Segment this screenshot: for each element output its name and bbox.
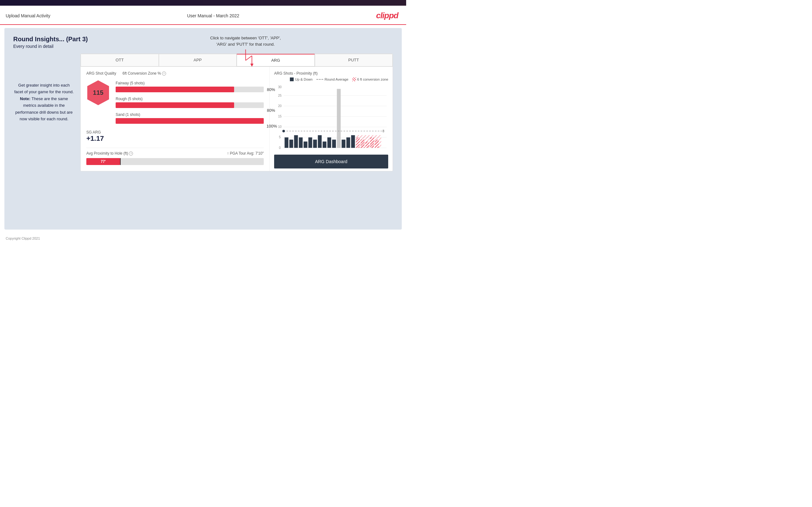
svg-rect-24 — [313, 139, 317, 148]
proximity-info-icon: ? — [129, 152, 133, 156]
sg-label: SG ARG — [86, 130, 264, 134]
shot-quality-label: ARG Shot Quality — [86, 71, 116, 75]
bar-label-fairway: Fairway (5 shots) — [116, 81, 264, 86]
svg-rect-23 — [308, 137, 312, 148]
bar-row-fairway: Fairway (5 shots) 80% — [116, 81, 264, 92]
svg-rect-21 — [299, 137, 303, 148]
conversion-label: 6ft Conversion Zone % ? — [122, 71, 166, 75]
sg-value: +1.17 — [86, 134, 264, 143]
svg-text:20: 20 — [278, 104, 282, 108]
nav-hint-text: Click to navigate between 'OTT', 'APP','… — [210, 35, 281, 47]
chart-area: 0 5 10 15 20 25 30 — [274, 84, 388, 153]
svg-text:25: 25 — [278, 94, 282, 97]
legend-round-avg: Round Average — [316, 77, 349, 81]
sg-section: SG ARG +1.17 — [86, 130, 264, 143]
page-subtitle: Every round in detail — [13, 44, 393, 49]
chart-header: ARG Shots - Proximity (ft) — [274, 71, 388, 75]
card-body: ARG Shot Quality 6ft Conversion Zone % ? — [81, 67, 393, 171]
tab-putt[interactable]: PUTT — [315, 54, 393, 66]
proximity-label: Avg Proximity to Hole (ft) ? — [86, 151, 133, 156]
svg-rect-19 — [289, 139, 293, 148]
chart-title: ARG Shots - Proximity (ft) — [274, 71, 318, 75]
bar-fill-rough — [116, 102, 234, 108]
left-section: ARG Shot Quality 6ft Conversion Zone % ? — [81, 67, 270, 171]
tab-ott[interactable]: OTT — [81, 54, 159, 66]
legend-updown: Up & Down — [290, 77, 313, 81]
bars-container: Fairway (5 shots) 80% Rough (5 shots) — [116, 79, 264, 126]
bar-row-rough: Rough (5 shots) 80% — [116, 97, 264, 108]
svg-rect-20 — [294, 135, 298, 148]
svg-rect-30 — [337, 89, 341, 148]
svg-rect-18 — [285, 137, 288, 148]
svg-rect-32 — [346, 137, 350, 148]
proximity-bar-track: 77' — [86, 158, 264, 165]
dashboard-card: OTT APP ARG PUTT ARG Shot Quality 6ft Co… — [80, 54, 393, 171]
right-section: ARG Shots - Proximity (ft) Up & Down Rou… — [270, 67, 393, 171]
svg-rect-43 — [356, 135, 381, 148]
svg-rect-28 — [332, 139, 336, 148]
bar-fill-sand — [116, 118, 264, 124]
nav-hint-area: Click to navigate between 'OTT', 'APP','… — [210, 35, 281, 67]
footer: Copyright Clippd 2021 — [0, 233, 406, 244]
svg-text:30: 30 — [278, 86, 282, 89]
svg-rect-31 — [342, 139, 345, 148]
header: Upload Manual Activity User Manual - Mar… — [0, 6, 406, 25]
legend-conversion-zone: 6 ft conversion zone — [352, 77, 388, 81]
svg-line-1 — [246, 56, 252, 60]
legend-dashed-line — [316, 79, 323, 80]
chart-legend: Up & Down Round Average 6 ft conversion … — [274, 77, 388, 81]
legend-hatched-box — [352, 77, 356, 81]
bar-track-rough: 80% — [116, 102, 264, 108]
left-panel: Get greater insight into each facet of y… — [13, 54, 75, 171]
nav-arrow — [236, 48, 255, 67]
hexagon-value: 115 — [93, 89, 103, 96]
bar-track-sand: 100% — [116, 118, 264, 124]
main-content: Round Insights... (Part 3) Every round i… — [4, 28, 402, 230]
clippd-logo: clippd — [376, 11, 398, 20]
bar-row-sand: Sand (1 shots) 100% — [116, 112, 264, 124]
proximity-section: Avg Proximity to Hole (ft) ? ↑ PGA Tour … — [86, 148, 264, 165]
pga-tour-label: ↑ PGA Tour Avg: 7'10" — [227, 151, 264, 156]
svg-text:0: 0 — [279, 146, 281, 150]
note-bold: Note: — [20, 96, 32, 101]
header-left: Upload Manual Activity — [6, 13, 50, 18]
svg-text:10: 10 — [278, 125, 282, 128]
arg-dashboard-button[interactable]: ARG Dashboard — [274, 155, 388, 168]
svg-text:15: 15 — [278, 115, 282, 118]
header-center-label: User Manual - March 2022 — [187, 13, 240, 18]
svg-rect-26 — [323, 142, 326, 148]
hexagon-container: 115 — [86, 79, 110, 106]
top-bar — [0, 0, 406, 6]
svg-text:8: 8 — [383, 129, 385, 133]
svg-rect-27 — [327, 137, 331, 148]
svg-rect-25 — [318, 135, 322, 148]
bar-fill-fairway — [116, 87, 234, 92]
svg-marker-3 — [250, 64, 253, 67]
copyright: Copyright Clippd 2021 — [6, 236, 40, 240]
bar-label-sand: Sand (1 shots) — [116, 112, 264, 117]
svg-rect-22 — [304, 142, 308, 148]
upload-label: Upload Manual Activity — [6, 13, 50, 18]
chart-svg: 0 5 10 15 20 25 30 — [274, 84, 388, 153]
proximity-value: 77' — [101, 159, 106, 164]
content-layout: Get greater insight into each facet of y… — [13, 54, 393, 171]
proximity-header: Avg Proximity to Hole (ft) ? ↑ PGA Tour … — [86, 151, 264, 156]
svg-rect-33 — [351, 135, 355, 148]
section-header: ARG Shot Quality 6ft Conversion Zone % ? — [86, 71, 264, 75]
page-title: Round Insights... (Part 3) — [13, 36, 393, 43]
svg-point-42 — [282, 130, 285, 132]
bar-track-fairway: 80% — [116, 87, 264, 92]
proximity-marker — [120, 158, 121, 165]
svg-text:5: 5 — [279, 135, 281, 139]
conversion-info-icon: ? — [162, 71, 166, 75]
left-panel-text1: Get greater insight into each facet of y… — [14, 83, 74, 94]
bar-label-rough: Rough (5 shots) — [116, 97, 264, 101]
hexagon-bars: 115 Fairway (5 shots) 80% — [86, 79, 264, 126]
legend-box-updown — [290, 77, 294, 81]
proximity-bar-fill: 77' — [86, 158, 120, 165]
